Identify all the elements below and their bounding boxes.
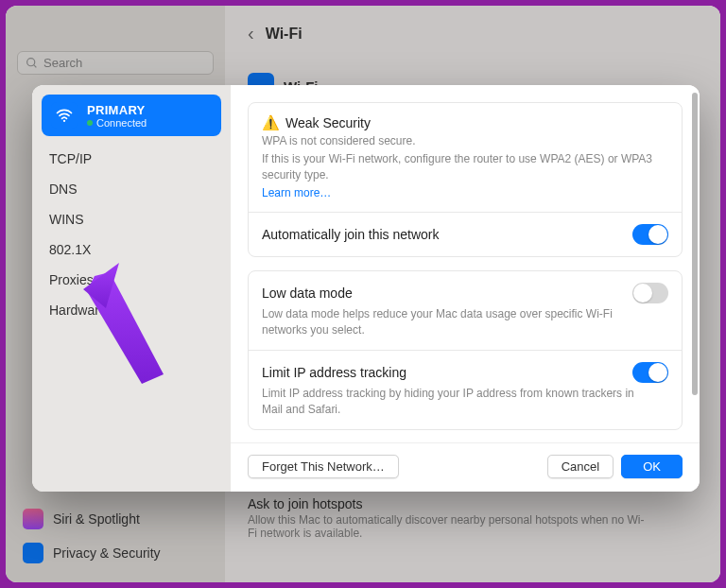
learn-more-link[interactable]: Learn more… [262, 186, 331, 199]
weak-security-line1: WPA is not considered secure. [262, 133, 668, 149]
ok-button[interactable]: OK [621, 455, 683, 478]
tab-dns[interactable]: DNS [42, 174, 221, 204]
sidebar-network-primary[interactable]: PRIMARY Connected [42, 95, 221, 136]
tab-proxies[interactable]: Proxies [42, 265, 221, 295]
network-options-group: Low data mode Low data mode helps reduce… [248, 270, 683, 429]
wifi-icon [51, 102, 78, 129]
network-name: PRIMARY [87, 103, 147, 117]
weak-security-title: Weak Security [285, 115, 371, 130]
tab-hardware[interactable]: Hardware [42, 295, 221, 325]
low-data-desc: Low data mode helps reduce your Mac data… [262, 306, 640, 338]
weak-security-line2: If this is your Wi-Fi network, configure… [262, 151, 668, 183]
cancel-button[interactable]: Cancel [547, 455, 614, 478]
network-details-modal: PRIMARY Connected TCP/IP DNS WINS 802.1X… [32, 85, 700, 492]
tab-tcpip[interactable]: TCP/IP [42, 144, 221, 174]
network-status: Connected [87, 117, 147, 129]
modal-sidebar: PRIMARY Connected TCP/IP DNS WINS 802.1X… [32, 85, 231, 492]
status-dot-icon [87, 120, 93, 126]
scrollbar[interactable] [692, 93, 698, 435]
auto-join-toggle[interactable] [632, 224, 668, 245]
low-data-label: Low data mode [262, 285, 353, 301]
limit-ip-desc: Limit IP address tracking by hiding your… [262, 386, 640, 418]
low-data-toggle[interactable] [632, 283, 668, 303]
security-warning-group: ⚠️ Weak Security WPA is not considered s… [248, 102, 683, 257]
scrollbar-thumb[interactable] [692, 93, 698, 395]
forget-network-button[interactable]: Forget This Network… [248, 455, 399, 478]
limit-ip-label: Limit IP address tracking [262, 365, 406, 380]
limit-ip-toggle[interactable] [632, 362, 668, 383]
auto-join-label: Automatically join this network [262, 227, 440, 242]
tab-wins[interactable]: WINS [42, 204, 221, 234]
modal-footer: Forget This Network… Cancel OK [231, 442, 700, 492]
svg-point-2 [63, 120, 65, 122]
tab-8021x[interactable]: 802.1X [42, 234, 221, 265]
warning-icon: ⚠️ [262, 114, 280, 131]
